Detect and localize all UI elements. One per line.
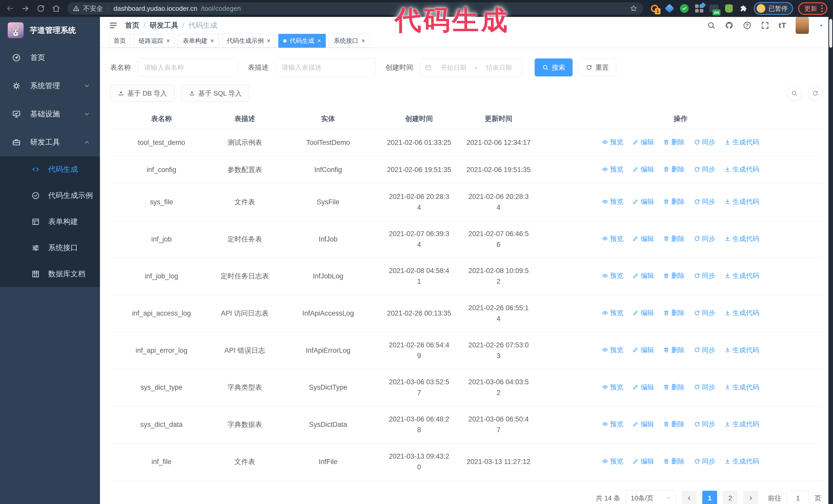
sync-link[interactable]: 同步 (694, 382, 715, 392)
scrollbar-thumb[interactable] (829, 19, 832, 48)
delete-link[interactable]: 删除 (663, 196, 685, 207)
delete-link[interactable]: 删除 (663, 164, 685, 174)
preview-link[interactable]: 预览 (602, 419, 623, 429)
prev-page-button[interactable] (682, 491, 697, 504)
reload-icon[interactable] (37, 4, 45, 13)
toggle-search-button[interactable] (787, 86, 802, 101)
avatar[interactable] (795, 17, 809, 34)
breadcrumb-devtools[interactable]: 研发工具 (150, 21, 178, 30)
close-icon[interactable]: × (267, 38, 270, 44)
sidebar-item-codegen-example[interactable]: 代码生成示例 (0, 183, 100, 209)
page-button-2[interactable]: 2 (723, 491, 738, 504)
preview-link[interactable]: 预览 (602, 137, 623, 147)
page-button-1[interactable]: 1 (702, 491, 717, 504)
sync-link[interactable]: 同步 (694, 308, 715, 318)
extension-robot-icon[interactable] (724, 4, 734, 13)
close-icon[interactable]: × (361, 38, 365, 44)
profile-paused-badge[interactable]: 😜 已暂停 (754, 2, 793, 15)
reset-button[interactable]: 重置 (578, 58, 616, 76)
sidebar-item-devtools[interactable]: 研发工具 (0, 128, 100, 157)
url-path[interactable]: /tool/codegen (201, 5, 241, 13)
preview-link[interactable]: 预览 (602, 196, 623, 207)
back-icon[interactable] (6, 4, 14, 13)
delete-link[interactable]: 删除 (663, 419, 685, 429)
tab-home[interactable]: 首页 (109, 34, 131, 48)
sidebar-item-db-doc[interactable]: 数据库文档 (0, 261, 100, 287)
browser-update-button[interactable]: 更新 (798, 2, 827, 15)
sidebar-item-infra[interactable]: 基础设施 (0, 100, 100, 128)
close-icon[interactable]: × (166, 38, 170, 44)
close-icon[interactable]: × (210, 38, 214, 44)
delete-link[interactable]: 删除 (663, 345, 685, 355)
generate-code-link[interactable]: 生成代码 (724, 196, 759, 207)
extension-gem-icon[interactable] (665, 4, 674, 13)
browser-menu-icon[interactable] (821, 5, 823, 12)
sidebar-item-codegen[interactable]: 代码生成 (0, 157, 100, 183)
table-name-input[interactable] (138, 58, 238, 77)
edit-link[interactable]: 编辑 (632, 234, 654, 244)
date-range-picker[interactable]: 开始日期 - 结束日期 (420, 58, 522, 77)
sync-link[interactable]: 同步 (694, 164, 715, 174)
app-logo-row[interactable]: 🐰 芋道管理系统 (0, 17, 100, 44)
generate-code-link[interactable]: 生成代码 (724, 164, 759, 174)
page-size-select[interactable]: 10条/页 (626, 490, 676, 504)
goto-page-input[interactable] (787, 491, 809, 504)
preview-link[interactable]: 预览 (602, 382, 623, 392)
tab-tracing[interactable]: 链路追踪× (134, 34, 175, 48)
sync-link[interactable]: 同步 (694, 456, 715, 466)
date-end-placeholder[interactable]: 结束日期 (480, 63, 518, 72)
sync-link[interactable]: 同步 (694, 345, 715, 355)
import-sql-button[interactable]: 基于 SQL 导入 (181, 85, 249, 102)
generate-code-link[interactable]: 生成代码 (724, 382, 759, 392)
tab-form-builder[interactable]: 表单构建× (178, 34, 219, 48)
sidebar-item-form-builder[interactable]: 表单构建 (0, 209, 100, 235)
breadcrumb-home[interactable]: 首页 (125, 21, 139, 30)
delete-link[interactable]: 删除 (663, 308, 685, 318)
edit-link[interactable]: 编辑 (632, 196, 654, 207)
sync-link[interactable]: 同步 (694, 270, 715, 281)
generate-code-link[interactable]: 生成代码 (724, 456, 759, 466)
bookmark-star-icon[interactable] (630, 5, 638, 12)
help-icon[interactable]: ? (743, 21, 752, 30)
delete-link[interactable]: 删除 (663, 456, 685, 466)
import-db-button[interactable]: 基于 DB 导入 (110, 85, 174, 102)
date-start-placeholder[interactable]: 开始日期 (435, 63, 472, 72)
refresh-table-button[interactable] (808, 86, 823, 101)
edit-link[interactable]: 编辑 (632, 137, 654, 147)
preview-link[interactable]: 预览 (602, 270, 623, 281)
extension-grid-icon[interactable] (694, 4, 704, 13)
sidebar-item-system-api[interactable]: 系统接口 (0, 235, 100, 261)
preview-link[interactable]: 预览 (602, 345, 623, 355)
tab-codegen[interactable]: 代码生成× (278, 34, 326, 48)
preview-link[interactable]: 预览 (602, 456, 623, 466)
user-menu-caret-icon[interactable] (818, 22, 824, 28)
preview-link[interactable]: 预览 (602, 164, 623, 174)
forward-icon[interactable] (21, 4, 30, 13)
sync-link[interactable]: 同步 (694, 196, 715, 207)
sync-link[interactable]: 同步 (694, 419, 715, 429)
hamburger-icon[interactable] (109, 21, 118, 30)
edit-link[interactable]: 编辑 (632, 270, 654, 281)
sidebar-item-home[interactable]: 首页 (0, 44, 100, 72)
generate-code-link[interactable]: 生成代码 (724, 137, 759, 147)
address-bar[interactable]: 不安全 dashboard.yudao.iocoder.cn/tool/code… (67, 2, 643, 15)
url-host[interactable]: dashboard.yudao.iocoder.cn (114, 5, 197, 13)
close-icon[interactable]: × (317, 38, 321, 44)
generate-code-link[interactable]: 生成代码 (724, 345, 759, 355)
sidebar-item-system[interactable]: 系统管理 (0, 72, 100, 100)
fullscreen-icon[interactable] (761, 21, 769, 30)
home-icon[interactable] (52, 4, 61, 13)
next-page-button[interactable] (743, 491, 758, 504)
tab-codegen-example[interactable]: 代码生成示例× (222, 34, 275, 48)
extension-check-icon[interactable] (680, 4, 689, 13)
font-size-icon[interactable]: tT (779, 21, 786, 30)
preview-link[interactable]: 预览 (602, 308, 623, 318)
extensions-puzzle-icon[interactable] (739, 4, 749, 13)
extension-orange-icon[interactable]: 1 (650, 4, 660, 13)
tab-system-api[interactable]: 系统接口× (329, 34, 370, 48)
sync-link[interactable]: 同步 (694, 137, 715, 147)
edit-link[interactable]: 编辑 (632, 456, 654, 466)
table-desc-input[interactable] (275, 58, 375, 77)
security-label[interactable]: 不安全 (83, 4, 103, 13)
edit-link[interactable]: 编辑 (632, 164, 654, 174)
